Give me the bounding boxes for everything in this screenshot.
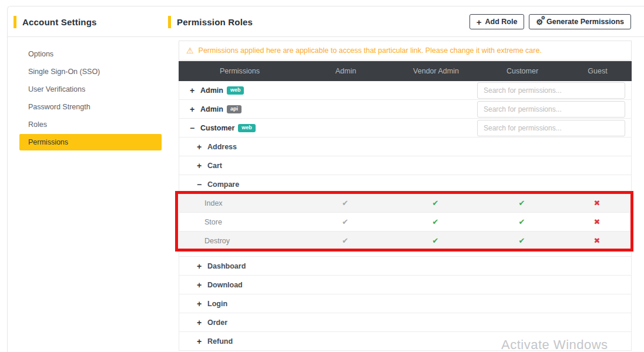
check-icon-vendor-admin[interactable]: ✔	[390, 236, 481, 245]
column-header-guest: Guest	[564, 67, 632, 75]
table-row-dashboard: +Dashboard	[179, 257, 631, 276]
row-label[interactable]: Admin	[200, 105, 223, 113]
row-label-wrap: +Download	[179, 280, 300, 290]
settings-sidebar: OptionsSingle Sign-On (SSO)User Verifica…	[19, 45, 162, 151]
search-permissions-input[interactable]	[477, 82, 625, 99]
row-label[interactable]: Download	[207, 281, 243, 289]
sidebar-item-single-sign-on-sso[interactable]: Single Sign-On (SSO)	[19, 63, 162, 81]
row-label: Store	[204, 218, 222, 226]
row-label-wrap: +Address	[179, 142, 300, 152]
row-label-wrap: +Cart	[179, 161, 300, 170]
row-label-wrap: +Refund	[179, 337, 300, 346]
expand-icon[interactable]: +	[197, 337, 204, 346]
row-label[interactable]: Cart	[207, 162, 222, 170]
collapse-icon[interactable]: −	[190, 123, 197, 133]
table-row-admin: +Adminapi	[179, 100, 631, 119]
activate-windows-watermark: Activate Windows	[501, 337, 608, 352]
page-header: Account Settings Permission Roles + Add …	[8, 6, 644, 37]
row-label[interactable]: Customer	[200, 124, 234, 132]
search-permissions-input[interactable]	[477, 101, 625, 118]
cross-icon-guest[interactable]: ✖	[563, 199, 631, 207]
accent-bar	[168, 16, 171, 28]
check-icon-admin[interactable]: ✔	[300, 199, 390, 207]
column-header-vendor-admin: Vendor Admin	[391, 67, 481, 75]
table-row-order: +Order	[179, 313, 631, 332]
gears-icon: ⚙⚙	[536, 18, 543, 26]
expand-icon[interactable]: +	[197, 262, 204, 271]
cross-icon-guest[interactable]: ✖	[563, 217, 631, 226]
table-row-address: +Address	[179, 138, 631, 156]
row-label-wrap: −Compare	[179, 180, 300, 189]
expand-icon[interactable]: +	[190, 86, 197, 95]
section-title: Account Settings	[22, 17, 97, 27]
table-row-store: Store✔✔✔✖	[179, 213, 631, 232]
sidebar-item-user-verifications[interactable]: User Verifications	[19, 81, 162, 98]
sidebar-item-permissions[interactable]: Permissions	[19, 134, 162, 150]
warning-text: Permissions applied here are applicable …	[199, 46, 542, 55]
row-label[interactable]: Login	[207, 300, 227, 308]
row-label: Destroy	[204, 237, 230, 245]
table-row-login: +Login	[179, 294, 631, 313]
web-badge: web	[227, 86, 244, 95]
collapse-icon[interactable]: −	[197, 180, 204, 189]
row-label[interactable]: Dashboard	[207, 262, 246, 270]
row-label-wrap: +Dashboard	[179, 262, 300, 271]
table-row-compare: −Compare	[179, 175, 631, 194]
generate-permissions-label: Generate Permissions	[546, 18, 624, 26]
permissions-table-header: PermissionsAdminVendor AdminCustomerGues…	[179, 61, 632, 81]
settings-card: Account Settings Permission Roles + Add …	[7, 6, 644, 352]
column-header-permissions: Permissions	[179, 67, 301, 75]
sidebar-item-roles[interactable]: Roles	[19, 116, 162, 133]
table-row-customer: −Customerweb	[179, 119, 631, 138]
table-row-admin: +Adminweb	[179, 81, 631, 100]
cross-icon-guest[interactable]: ✖	[563, 236, 631, 245]
check-icon-customer[interactable]: ✔	[481, 236, 563, 245]
row-label[interactable]: Refund	[207, 337, 233, 346]
column-header-customer: Customer	[481, 67, 564, 75]
check-icon-vendor-admin[interactable]: ✔	[390, 217, 481, 226]
plus-icon: +	[477, 18, 482, 26]
row-label-wrap: +Adminapi	[179, 105, 300, 114]
row-label-wrap: −Customerweb	[179, 123, 300, 133]
expand-icon[interactable]: +	[197, 299, 204, 309]
row-label[interactable]: Compare	[207, 180, 239, 189]
permissions-panel: ⚠ Permissions applied here are applicabl…	[179, 41, 632, 352]
add-role-button[interactable]: + Add Role	[469, 14, 525, 29]
row-label-wrap: +Order	[179, 318, 300, 327]
accent-bar	[14, 16, 16, 28]
page-title-wrap: Permission Roles	[168, 6, 253, 37]
table-row-index: Index✔✔✔✖	[179, 194, 631, 213]
add-role-label: Add Role	[485, 18, 517, 26]
check-icon-customer[interactable]: ✔	[481, 217, 563, 226]
expand-icon[interactable]: +	[197, 318, 204, 327]
sidebar-item-password-strength[interactable]: Password Strength	[19, 98, 162, 116]
header-buttons: + Add Role ⚙⚙ Generate Permissions	[469, 14, 631, 29]
check-icon-admin[interactable]: ✔	[300, 217, 390, 226]
check-icon-admin[interactable]: ✔	[300, 236, 390, 245]
warning-icon: ⚠	[186, 46, 194, 55]
row-label-wrap: Destroy	[179, 237, 300, 245]
row-label[interactable]: Address	[207, 143, 237, 151]
check-icon-customer[interactable]: ✔	[481, 199, 563, 207]
column-header-admin: Admin	[301, 67, 391, 75]
expand-icon[interactable]: +	[190, 105, 197, 114]
expand-icon[interactable]: +	[197, 161, 204, 170]
row-label[interactable]: Admin	[200, 86, 223, 95]
row-label: Index	[204, 199, 223, 207]
row-gap	[179, 250, 631, 257]
expand-icon[interactable]: +	[197, 142, 204, 152]
api-badge: api	[227, 105, 242, 113]
table-row-cart: +Cart	[179, 156, 631, 175]
expand-icon[interactable]: +	[197, 280, 204, 290]
check-icon-vendor-admin[interactable]: ✔	[390, 199, 481, 207]
section-title-wrap: Account Settings	[14, 6, 97, 37]
row-label[interactable]: Order	[207, 319, 227, 327]
page-title: Permission Roles	[177, 17, 253, 27]
row-label-wrap: +Adminweb	[179, 86, 300, 95]
warning-banner: ⚠ Permissions applied here are applicabl…	[179, 41, 632, 61]
row-label-wrap: Index	[179, 199, 300, 207]
sidebar-item-options[interactable]: Options	[19, 45, 162, 63]
search-permissions-input[interactable]	[477, 120, 625, 136]
generate-permissions-button[interactable]: ⚙⚙ Generate Permissions	[529, 14, 631, 29]
table-row-destroy: Destroy✔✔✔✖	[179, 232, 631, 250]
